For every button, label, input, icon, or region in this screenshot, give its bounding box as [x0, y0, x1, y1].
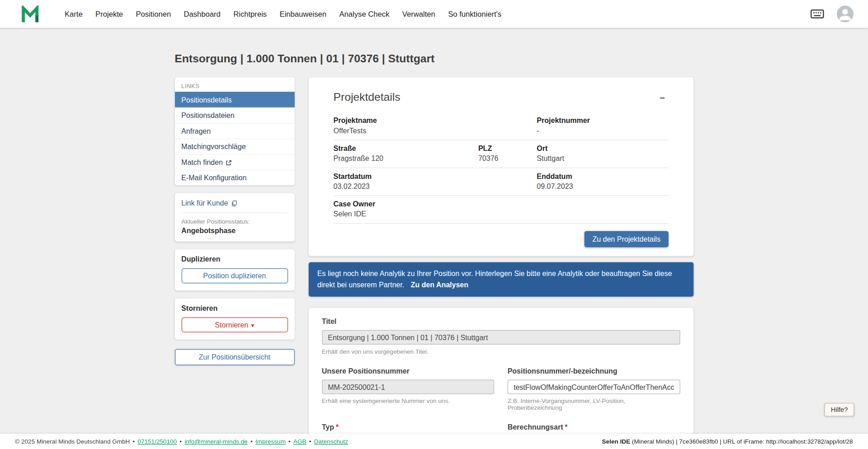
- sidebar-item-label: Matchingvorschläge: [181, 142, 245, 150]
- nav-item-projekte[interactable]: Projekte: [95, 10, 123, 18]
- duplicate-card: Duplizieren Position duplizieren: [175, 249, 294, 290]
- position-overview-button[interactable]: Zur Positionsübersicht: [175, 349, 294, 365]
- cancel-card: Stornieren Stornieren: [175, 299, 294, 340]
- ort-value: Stuttgart: [537, 154, 668, 162]
- required-asterisk: *: [565, 423, 567, 431]
- bezeichnung-input[interactable]: [508, 380, 680, 394]
- project-details-title: Projektdetails: [334, 91, 401, 103]
- phone-link[interactable]: 07151/250100: [137, 438, 177, 445]
- main-navigation: Karte Projekte Positionen Dashboard Rich…: [65, 10, 501, 18]
- enddatum-value: 09.07.2023: [537, 182, 668, 190]
- strasse-value: Pragstraße 120: [334, 154, 478, 162]
- datenschutz-link[interactable]: Datenschutz: [314, 438, 348, 445]
- positionsnummer-input: [322, 380, 494, 394]
- sidebar-item-label: Anfragen: [181, 127, 211, 135]
- sidebar-item-matchingvorschlaege[interactable]: Matchingvorschläge: [175, 139, 294, 154]
- typ-label: Typ*: [322, 423, 494, 431]
- project-row-address: Straße Pragstraße 120 PLZ 70376 Ort Stut…: [334, 140, 669, 168]
- status-card: Link für Kunde Aktueller Positionsstatus…: [175, 193, 294, 242]
- positionsnummer-helper: Erhält eine systemgenerierte Nummer von …: [322, 398, 494, 404]
- help-button[interactable]: Hilfe?: [825, 403, 854, 416]
- case-owner-label: Case Owner: [334, 200, 669, 208]
- plz-label: PLZ: [478, 144, 537, 152]
- duplicate-header: Duplizieren: [181, 255, 288, 263]
- titel-label: Titel: [322, 318, 680, 326]
- user-avatar[interactable]: [837, 5, 854, 22]
- mineral-minds-logo-icon[interactable]: [21, 5, 40, 22]
- links-card: LINKS Positionsdetails Positionsdateien …: [175, 77, 294, 185]
- required-asterisk: *: [336, 423, 339, 431]
- footer-left: © 2025 Mineral Minds Deutschland GmbH • …: [15, 438, 348, 445]
- sidebar-item-positionsdetails[interactable]: Positionsdetails: [175, 92, 294, 108]
- agb-link[interactable]: AGB: [293, 438, 307, 445]
- nav-item-verwalten[interactable]: Verwalten: [402, 10, 435, 18]
- footer: © 2025 Mineral Minds Deutschland GmbH • …: [0, 434, 868, 449]
- project-row-name-number: Projektname OfferTests Projektnummer -: [334, 112, 669, 140]
- projektname-label: Projektname: [334, 117, 537, 125]
- project-row-dates: Startdatum 03.02.2023 Enddatum 09.07.202…: [334, 168, 669, 196]
- keyboard-icon[interactable]: [810, 8, 825, 19]
- berechnungsart-label: Berechnungsart*: [508, 423, 680, 431]
- top-navbar: Karte Projekte Positionen Dashboard Rich…: [0, 0, 868, 28]
- session-details: (Mineral Minds) | 7ce360e83fb0 | URL of …: [630, 438, 853, 445]
- customer-link-label: Link für Kunde: [181, 199, 228, 207]
- nav-item-analyse-check[interactable]: Analyse Check: [339, 10, 389, 18]
- bezeichnung-label: Positionsnummer/-bezeichnung: [508, 367, 680, 375]
- page-body: Entsorgung | 1.000 Tonnen | 01 | 70376 |…: [0, 28, 868, 449]
- nav-item-richtpreis[interactable]: Richtpreis: [233, 10, 267, 18]
- titel-input: [322, 330, 680, 345]
- footer-session-info: Selen IDE (Mineral Minds) | 7ce360e83fb0…: [602, 438, 853, 445]
- titel-helper: Erhält den von uns vorgegebenen Titel.: [322, 348, 680, 355]
- app-root: Karte Projekte Positionen Dashboard Rich…: [0, 0, 868, 449]
- projektname-value: OfferTests: [334, 126, 537, 135]
- position-status-value: Angebotsphase: [181, 227, 288, 235]
- nav-item-karte[interactable]: Karte: [65, 10, 83, 18]
- banner-text: Es liegt noch keine Analytik zu Ihrer Po…: [317, 269, 672, 289]
- duplicate-position-button[interactable]: Position duplizieren: [181, 268, 288, 283]
- nav-item-einbauweisen[interactable]: Einbauweisen: [280, 10, 327, 18]
- sidebar-item-label: Match finden: [181, 158, 223, 166]
- projektnummer-value: -: [537, 126, 668, 135]
- customer-link[interactable]: Link für Kunde: [181, 199, 288, 213]
- nav-item-positionen[interactable]: Positionen: [136, 10, 171, 18]
- project-row-owner: Case Owner Selen IDE: [334, 196, 669, 224]
- impressum-link[interactable]: Impressum: [255, 438, 286, 445]
- sidebar-item-match-finden[interactable]: Match finden: [175, 154, 294, 170]
- cancel-dropdown-button[interactable]: Stornieren: [181, 317, 288, 332]
- case-owner-value: Selen IDE: [334, 210, 669, 218]
- go-to-project-details-button[interactable]: Zu den Projektdetails: [585, 231, 668, 247]
- startdatum-label: Startdatum: [334, 172, 537, 180]
- position-status-label: Aktueller Positionsstatus:: [181, 218, 288, 225]
- startdatum-value: 03.02.2023: [334, 182, 537, 190]
- sidebar-item-label: Positionsdateien: [181, 111, 235, 119]
- navbar-right: [810, 5, 854, 22]
- copyright-text: © 2025 Mineral Minds Deutschland GmbH: [15, 438, 130, 445]
- analytics-info-banner: Es liegt noch keine Analytik zu Ihrer Po…: [308, 262, 693, 297]
- sidebar-item-email-konfiguration[interactable]: E-Mail Konfiguration: [175, 170, 294, 186]
- nav-item-dashboard[interactable]: Dashboard: [184, 10, 220, 18]
- strasse-label: Straße: [334, 144, 478, 152]
- cancel-header: Stornieren: [181, 304, 288, 312]
- sidebar-item-positionsdateien[interactable]: Positionsdateien: [175, 108, 294, 123]
- collapse-icon[interactable]: [656, 91, 668, 103]
- plz-value: 70376: [478, 154, 537, 162]
- links-header: LINKS: [175, 77, 294, 92]
- go-to-analyses-link[interactable]: Zu den Analysen: [410, 281, 468, 289]
- sidebar-item-anfragen[interactable]: Anfragen: [175, 123, 294, 139]
- enddatum-label: Enddatum: [537, 172, 668, 180]
- external-link-icon: [226, 159, 232, 165]
- bezeichnung-helper: Z.B. Interne-Vorgangsnummer, LV-Position…: [508, 398, 680, 411]
- position-form-card: Titel Erhält den von uns vorgegebenen Ti…: [308, 308, 693, 449]
- main-content: Projektdetails Projektname OfferTests Pr…: [308, 77, 693, 449]
- session-user: Selen IDE: [602, 438, 631, 445]
- sidebar-item-label: E-Mail Konfiguration: [181, 173, 246, 182]
- nav-item-so-funktionierts[interactable]: So funktioniert's: [448, 10, 501, 18]
- copy-icon: [231, 200, 238, 206]
- positionsnummer-label: Unsere Positionsnummer: [322, 367, 494, 375]
- sidebar-item-label: Positionsdetails: [181, 96, 231, 104]
- ort-label: Ort: [537, 144, 668, 152]
- page-title: Entsorgung | 1.000 Tonnen | 01 | 70376 |…: [175, 52, 693, 65]
- email-link[interactable]: info@mineral-minds.de: [184, 438, 248, 445]
- project-details-card: Projektdetails Projektname OfferTests Pr…: [308, 77, 693, 256]
- sidebar: LINKS Positionsdetails Positionsdateien …: [175, 77, 294, 365]
